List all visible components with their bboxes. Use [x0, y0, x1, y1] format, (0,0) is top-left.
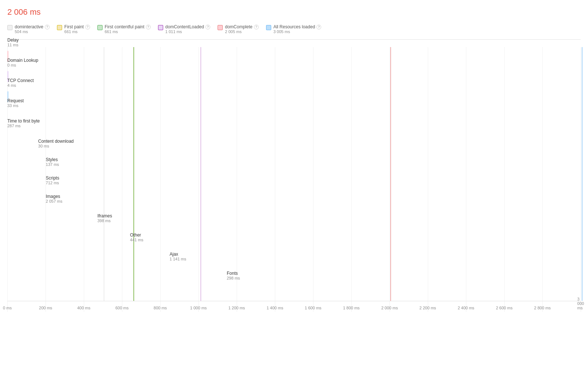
- x-tick: 2 000 ms: [381, 306, 398, 310]
- x-tick: 2 600 ms: [496, 306, 512, 310]
- legend-item-firstpaint: First paint ? 661 ms: [57, 24, 90, 34]
- bar-label-images: Images: [46, 194, 62, 199]
- legend-item-domcontentloaded: domContentLoaded ? 1 011 ms: [158, 24, 210, 34]
- legend-item-dominteractive: dominteractive ? 504 ms: [7, 24, 50, 34]
- legend-color-domcontentloaded: [158, 25, 163, 30]
- gridline: [160, 47, 161, 312]
- chart-content: Delay11 msDomain Lookup0 msTCP Connect4 …: [7, 47, 581, 312]
- legend-color-allresources: [266, 25, 271, 30]
- bar-value-styles: 137 ms: [46, 162, 59, 167]
- gridline: [122, 47, 122, 312]
- x-tick: 0 ms: [3, 306, 12, 310]
- bar-label-time-to-first-byte: Time to first byte: [7, 118, 40, 124]
- bar-value-delay: 11 ms: [7, 43, 19, 47]
- bar-value-other: 441 ms: [130, 238, 143, 242]
- bar-value-time-to-first-byte: 287 ms: [7, 124, 40, 128]
- bar-value-domain-lookup: 0 ms: [7, 63, 38, 67]
- bar-value-tcp-connect: 4 ms: [7, 83, 34, 88]
- bar-value-content-download: 30 ms: [38, 144, 74, 148]
- legend-color-domcomplete: [218, 25, 223, 30]
- bar-value-request: 33 ms: [7, 103, 24, 108]
- milestone-line-domcomplete: [390, 47, 391, 301]
- gridline: [313, 47, 313, 312]
- bar-label-request: Request: [7, 98, 24, 103]
- legend-text-allresources: All Resources loaded ? 3 005 ms: [273, 24, 321, 34]
- bar-label-styles: Styles: [46, 157, 59, 162]
- page-title: 2 006 ms: [7, 7, 581, 17]
- x-tick: 800 ms: [154, 306, 167, 310]
- legend: dominteractive ? 504 ms First paint ? 66…: [7, 24, 581, 40]
- x-tick: 2 200 ms: [419, 306, 436, 310]
- gridline: [466, 47, 466, 312]
- milestone-line-firstcontentfulpaint: [133, 47, 134, 301]
- bar-value-scripts: 712 ms: [46, 181, 60, 185]
- bar-label-tcp-connect: TCP Connect: [7, 78, 34, 83]
- legend-help-allresources[interactable]: ?: [316, 25, 321, 29]
- x-tick: 600 ms: [115, 306, 129, 310]
- page: 2 006 ms dominteractive ? 504 ms First p…: [0, 0, 588, 366]
- gridline: [542, 47, 543, 312]
- gridline: [351, 47, 352, 312]
- legend-help-firstcontentfulpaint[interactable]: ?: [146, 25, 151, 29]
- legend-text-firstpaint: First paint ? 661 ms: [64, 24, 90, 34]
- bar-label-other: Other: [130, 232, 143, 238]
- bar-label-content-download: Content download: [38, 139, 74, 144]
- x-axis: 0 ms200 ms400 ms600 ms800 ms1 000 ms1 20…: [7, 301, 581, 312]
- x-tick: 3 000 ms: [577, 297, 584, 310]
- x-tick: 2 400 ms: [458, 306, 474, 310]
- legend-text-domcomplete: domComplete ? 2 005 ms: [225, 24, 259, 34]
- legend-item-firstcontentfulpaint: First contentful paint ? 661 ms: [97, 24, 151, 34]
- bar-label-fonts: Fonts: [227, 271, 240, 276]
- legend-item-domcomplete: domComplete ? 2 005 ms: [218, 24, 259, 34]
- legend-value-dominteractive: 504 ms: [15, 29, 50, 34]
- title-value: 2 006 ms: [7, 7, 41, 17]
- gridline: [581, 47, 581, 312]
- legend-color-firstpaint: [57, 25, 62, 30]
- bar-label-delay: Delay: [7, 38, 19, 43]
- x-tick: 200 ms: [39, 306, 52, 310]
- bar-label-ajax: Ajax: [169, 252, 186, 257]
- legend-help-dominteractive[interactable]: ?: [45, 25, 50, 29]
- bar-value-iframes: 398 ms: [97, 218, 112, 223]
- legend-value-firstcontentfulpaint: 661 ms: [105, 29, 151, 34]
- bar-label-scripts: Scripts: [46, 175, 60, 181]
- x-tick: 1 200 ms: [228, 306, 245, 310]
- milestone-line-dominteractive: [104, 47, 104, 301]
- legend-item-allresources: All Resources loaded ? 3 005 ms: [266, 24, 321, 34]
- legend-value-allresources: 3 005 ms: [273, 29, 321, 34]
- legend-label-firstcontentfulpaint: First contentful paint ?: [105, 24, 151, 29]
- milestone-line-domcontentloaded: [201, 47, 201, 301]
- gridline: [428, 47, 428, 312]
- gridline: [198, 47, 199, 312]
- x-tick: 2 800 ms: [534, 306, 551, 310]
- legend-help-firstpaint[interactable]: ?: [85, 25, 90, 29]
- x-tick: 1 400 ms: [266, 306, 283, 310]
- x-tick: 400 ms: [77, 306, 90, 310]
- legend-label-domcomplete: domComplete ?: [225, 24, 259, 29]
- legend-value-domcontentloaded: 1 011 ms: [165, 29, 210, 34]
- chart-area: Delay11 msDomain Lookup0 msTCP Connect4 …: [7, 47, 581, 312]
- legend-color-dominteractive: [7, 25, 12, 30]
- legend-label-allresources: All Resources loaded ?: [273, 24, 321, 29]
- gridline: [390, 47, 390, 312]
- x-tick: 1 800 ms: [343, 306, 359, 310]
- bar-value-ajax: 1 141 ms: [169, 257, 186, 261]
- legend-text-domcontentloaded: domContentLoaded ? 1 011 ms: [165, 24, 210, 34]
- legend-text-firstcontentfulpaint: First contentful paint ? 661 ms: [105, 24, 151, 34]
- gridline: [84, 47, 84, 312]
- legend-label-dominteractive: dominteractive ?: [15, 24, 50, 29]
- legend-text-dominteractive: dominteractive ? 504 ms: [15, 24, 50, 34]
- bar-value-fonts: 298 ms: [227, 276, 240, 280]
- x-tick: 1 000 ms: [190, 306, 207, 310]
- legend-color-firstcontentfulpaint: [97, 25, 103, 30]
- gridline: [504, 47, 505, 312]
- legend-help-domcomplete[interactable]: ?: [254, 25, 259, 29]
- bar-label-iframes: Iframes: [97, 213, 112, 218]
- x-tick: 1 600 ms: [305, 306, 321, 310]
- milestone-line-allresources: [582, 47, 582, 301]
- bar-label-domain-lookup: Domain Lookup: [7, 58, 38, 63]
- legend-value-firstpaint: 661 ms: [64, 29, 90, 34]
- legend-label-domcontentloaded: domContentLoaded ?: [165, 24, 210, 29]
- legend-help-domcontentloaded[interactable]: ?: [205, 25, 210, 29]
- legend-label-firstpaint: First paint ?: [64, 24, 90, 29]
